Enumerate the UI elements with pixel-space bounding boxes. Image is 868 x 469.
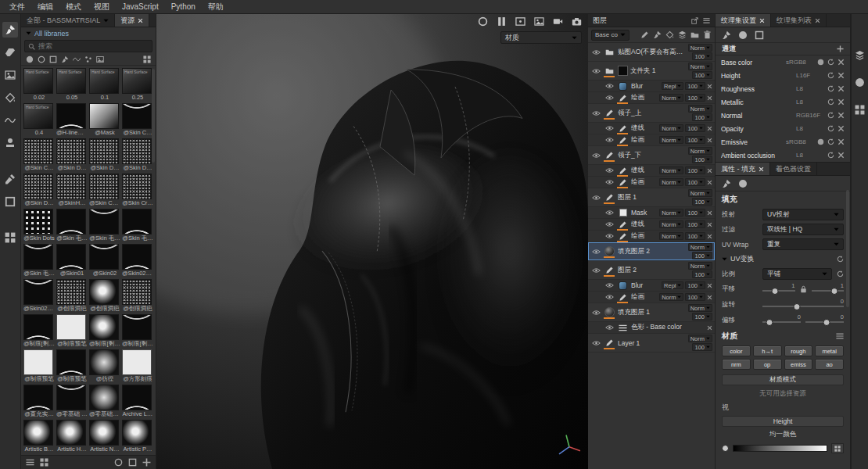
贴图AO(不要会有高度…[interactable]: 贴图AO(不要会有高度… Norm 100 xyxy=(588,43,715,62)
channel-delete-icon[interactable] xyxy=(838,85,845,92)
detach-panel-icon[interactable] xyxy=(691,17,698,24)
asset-item[interactable]: @制痕预笔 xyxy=(23,349,55,383)
panel-menu-icon[interactable] xyxy=(703,17,710,24)
channel-toggle-button[interactable]: h→t xyxy=(753,345,782,356)
smudge-tool-icon[interactable] xyxy=(2,113,18,128)
shelf-panel-icon[interactable] xyxy=(852,47,868,63)
blend-mode-select[interactable]: Norm xyxy=(688,147,712,155)
缝线[interactable]: 缝线 Norm 100 xyxy=(588,123,715,134)
visibility-toggle-icon[interactable] xyxy=(604,137,615,143)
blend-mode-select[interactable]: Norm xyxy=(688,63,712,70)
blend-mode-select[interactable]: Norm xyxy=(659,232,683,240)
asset-item[interactable]: Hard Surface 0.02 xyxy=(23,68,55,102)
visibility-toggle-icon[interactable] xyxy=(604,179,615,185)
remove-effect-icon[interactable] xyxy=(707,138,712,143)
frame-view-icon[interactable] xyxy=(515,16,525,27)
asset-item[interactable]: @Skin D… xyxy=(89,138,120,172)
filter-patterns-icon[interactable] xyxy=(84,55,92,63)
flat-preview-icon[interactable] xyxy=(128,458,137,467)
asset-item[interactable]: @Skin01 xyxy=(56,244,88,277)
polygon-fill-tool-icon[interactable] xyxy=(2,90,18,106)
channel-reset-icon[interactable] xyxy=(827,152,834,159)
缝线[interactable]: 缝线 Norm 100 xyxy=(588,165,715,177)
add-smart-material-icon[interactable] xyxy=(678,30,687,39)
opacity-select[interactable]: 100 xyxy=(692,198,712,206)
绘画[interactable]: 绘画 Norm 100 xyxy=(588,292,715,303)
filter-smart-masks-icon[interactable] xyxy=(49,55,57,63)
brush-settings-icon[interactable] xyxy=(722,179,731,188)
opacity-select[interactable]: 100 xyxy=(685,220,705,228)
opacity-select[interactable]: 100 xyxy=(692,270,712,278)
asset-item[interactable]: @制痕[剩]… xyxy=(89,314,120,348)
uv-transform-header[interactable]: UV变换 xyxy=(716,252,850,267)
rotate-slider[interactable]: 0 xyxy=(762,299,844,311)
channel-reset-icon[interactable] xyxy=(827,112,834,119)
remove-effect-icon[interactable] xyxy=(707,234,712,239)
visibility-toggle-icon[interactable] xyxy=(590,49,601,55)
clone-tool-icon[interactable] xyxy=(2,135,18,151)
menu-item[interactable]: 编辑 xyxy=(31,0,59,14)
video-capture-icon[interactable] xyxy=(553,16,563,27)
channel-format[interactable]: sRGB8 xyxy=(786,59,814,66)
layer-channel-select[interactable]: Base co xyxy=(591,30,629,41)
visibility-toggle-icon[interactable] xyxy=(604,233,615,239)
filter-environments-icon[interactable] xyxy=(96,55,104,63)
blend-mode-select[interactable]: Norm xyxy=(659,136,683,144)
material-picker-tool-icon[interactable] xyxy=(2,171,18,187)
opacity-select[interactable]: 100 xyxy=(692,113,712,121)
channel-delete-icon[interactable] xyxy=(838,59,845,66)
blend-mode-select[interactable]: Norm xyxy=(688,262,712,270)
channel-reset-icon[interactable] xyxy=(827,72,834,79)
asset-item[interactable]: @制痕预笔 xyxy=(56,314,88,348)
blend-mode-select[interactable]: Norm xyxy=(688,44,712,52)
eraser-tool-icon[interactable] xyxy=(2,45,18,60)
opacity-select[interactable]: 100 xyxy=(692,156,712,163)
asset-item[interactable]: @零基础 兰… xyxy=(56,385,88,418)
asset-item[interactable]: @制痕[剩]… xyxy=(122,314,153,348)
channel-colorspace-icon[interactable] xyxy=(817,59,824,66)
领子_下[interactable]: 领子_下 Norm 100 xyxy=(588,146,715,165)
visibility-toggle-icon[interactable] xyxy=(604,95,615,101)
visibility-toggle-icon[interactable] xyxy=(604,282,615,288)
channel-colorspace-icon[interactable] xyxy=(817,138,824,145)
opacity-select[interactable]: 100 xyxy=(692,343,712,351)
asset-item[interactable]: @制痕预笔 xyxy=(56,349,88,383)
visibility-toggle-icon[interactable] xyxy=(604,167,615,174)
channel-toggle-button[interactable]: op xyxy=(753,359,782,370)
opacity-select[interactable]: 100 xyxy=(685,232,705,240)
tab-properties-fill[interactable]: 属性 - 填充 xyxy=(716,163,770,175)
blend-mode-select[interactable]: Norm xyxy=(688,189,712,197)
visibility-toggle-icon[interactable] xyxy=(590,249,601,255)
close-tab-icon[interactable] xyxy=(138,18,143,23)
blend-mode-select[interactable]: Norm xyxy=(659,178,683,186)
channel-delete-icon[interactable] xyxy=(838,152,845,159)
asset-item[interactable]: @Skin D… xyxy=(23,174,55,207)
asset-item[interactable]: @创痕洞疤 xyxy=(56,279,88,313)
filter-brushes-icon[interactable] xyxy=(61,55,69,63)
material-mode-header[interactable]: 材质模式 xyxy=(722,374,844,385)
asset-item[interactable]: @Skin Dots xyxy=(23,209,55,242)
remove-effect-icon[interactable] xyxy=(707,295,712,300)
Blur[interactable]: Blur Repl 100 xyxy=(588,280,715,292)
visibility-toggle-icon[interactable] xyxy=(604,294,615,300)
filter-alphas-icon[interactable] xyxy=(73,55,81,63)
remove-effect-icon[interactable] xyxy=(707,168,712,174)
visibility-toggle-icon[interactable] xyxy=(590,110,601,116)
asset-item[interactable]: @方形刻痕 xyxy=(122,349,153,383)
opacity-select[interactable]: 100 xyxy=(692,52,712,60)
asset-item[interactable]: @Skin 毛… xyxy=(56,209,88,242)
blend-mode-select[interactable]: Norm xyxy=(688,335,712,342)
blend-mode-select[interactable]: Norm xyxy=(688,243,712,251)
visibility-toggle-icon[interactable] xyxy=(604,209,615,216)
remove-effect-icon[interactable] xyxy=(707,180,712,185)
menu-item[interactable]: 文件 xyxy=(3,0,31,14)
filter-materials-icon[interactable] xyxy=(26,55,34,63)
asset-item[interactable]: Archive L… xyxy=(122,385,153,418)
opacity-select[interactable]: 100 xyxy=(692,313,712,320)
channel-format[interactable]: L8 xyxy=(796,125,824,132)
blend-mode-select[interactable]: Norm xyxy=(659,124,683,132)
opacity-select[interactable]: 100 xyxy=(685,124,705,132)
channel-delete-icon[interactable] xyxy=(838,72,845,79)
height-gradient-slider[interactable] xyxy=(733,445,827,452)
asset-item[interactable]: Artistic N… xyxy=(89,420,120,453)
